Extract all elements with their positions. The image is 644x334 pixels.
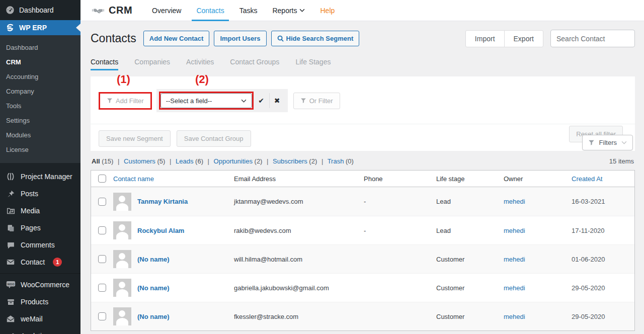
sidebar-item-posts[interactable]: Posts bbox=[0, 185, 80, 202]
contact-life-stage: Customer bbox=[436, 256, 504, 263]
view-leads[interactable]: Leads bbox=[176, 157, 193, 165]
select-all-checkbox[interactable] bbox=[98, 175, 106, 183]
sidebar-item-products[interactable]: Products bbox=[0, 293, 80, 310]
row-checkbox[interactable] bbox=[98, 198, 106, 206]
sidebar-item-analytics[interactable]: Analytics bbox=[0, 327, 80, 334]
tab-companies[interactable]: Companies bbox=[134, 58, 170, 70]
export-button[interactable]: Export bbox=[504, 30, 543, 47]
sidebar-item-wp-erp[interactable]: WP ERP bbox=[0, 20, 80, 35]
dashboard-gauge-icon bbox=[6, 6, 15, 15]
sidebar-item-pages[interactable]: Pages bbox=[0, 219, 80, 236]
filter-field-strip: --Select a field-- ✔ ✖ bbox=[156, 89, 288, 112]
row-checkbox[interactable] bbox=[98, 226, 106, 234]
column-created-at[interactable]: Created At bbox=[572, 175, 634, 183]
field-select[interactable]: --Select a field-- bbox=[160, 93, 252, 108]
sidebar-item-wemail[interactable]: weMail bbox=[0, 310, 80, 327]
add-filter-label: Add Filter bbox=[116, 97, 144, 105]
row-checkbox[interactable] bbox=[98, 255, 106, 263]
sidebar-item-label: Pages bbox=[21, 224, 41, 232]
column-phone: Phone bbox=[364, 175, 436, 183]
contact-name-link[interactable]: (No name) bbox=[137, 313, 170, 320]
view-count: (2) bbox=[255, 157, 263, 165]
header-right-tools: Import Export bbox=[465, 30, 635, 47]
submenu-item-company[interactable]: Company bbox=[0, 84, 80, 99]
save-contact-group-button[interactable]: Save Contact Group bbox=[177, 130, 251, 147]
owner-link[interactable]: mehedi bbox=[504, 313, 525, 320]
view-trash[interactable]: Trash bbox=[328, 157, 344, 165]
view-customers[interactable]: Customers bbox=[124, 157, 155, 165]
submenu-item-dashboard[interactable]: Dashboard bbox=[0, 40, 80, 55]
tab-contacts[interactable]: Contacts bbox=[91, 58, 118, 70]
svg-text:WOO: WOO bbox=[7, 283, 15, 286]
view-subscribers[interactable]: Subscribers bbox=[273, 157, 307, 165]
tab-contact-groups[interactable]: Contact Groups bbox=[230, 58, 279, 70]
cancel-filter-button[interactable]: ✖ bbox=[269, 93, 285, 108]
contact-name-link[interactable]: (No name) bbox=[137, 256, 170, 263]
avatar bbox=[113, 221, 131, 239]
admin-sidebar: Dashboard WP ERP Dashboard CRM Accountin… bbox=[0, 0, 80, 334]
sidebar-item-label: Project Manager bbox=[21, 173, 72, 181]
contact-life-stage: Customer bbox=[436, 284, 504, 292]
submenu-item-settings[interactable]: Settings bbox=[0, 113, 80, 128]
owner-link[interactable]: mehedi bbox=[504, 284, 525, 292]
sidebar-item-dashboard-top[interactable]: Dashboard bbox=[0, 0, 80, 20]
submenu-item-crm[interactable]: CRM bbox=[0, 55, 80, 69]
nav-contacts[interactable]: Contacts bbox=[195, 0, 225, 21]
contact-name-link[interactable]: Rockybul Alam bbox=[137, 227, 184, 234]
nav-tasks[interactable]: Tasks bbox=[238, 0, 259, 21]
list-views: All (15) | Customers (5) | Leads (6) | O… bbox=[92, 157, 354, 165]
import-users-button[interactable]: Import Users bbox=[214, 31, 266, 46]
submenu-item-license[interactable]: License bbox=[0, 142, 80, 157]
sidebar-item-label: Contact bbox=[21, 258, 45, 266]
chevron-down-icon bbox=[299, 9, 305, 12]
sidebar-item-comments[interactable]: Comments bbox=[0, 236, 80, 254]
add-new-contact-button[interactable]: Add New Contact bbox=[143, 31, 210, 46]
filters-dropdown[interactable]: Filters bbox=[582, 135, 633, 150]
crm-brand[interactable]: CRM bbox=[92, 5, 132, 16]
column-owner: Owner bbox=[504, 175, 572, 183]
import-button[interactable]: Import bbox=[465, 30, 505, 47]
tab-life-stages[interactable]: Life Stages bbox=[295, 58, 331, 70]
save-new-segment-button[interactable]: Save new Segment bbox=[99, 130, 171, 147]
sidebar-item-woocommerce[interactable]: WOO WooCommerce bbox=[0, 276, 80, 293]
hide-search-segment-button[interactable]: Hide Search Segment bbox=[271, 31, 360, 46]
annotation-box-1: Add Filter bbox=[99, 92, 152, 110]
table-row: Tanmay Kirtania jktanmay@wedevs.com - Le… bbox=[91, 187, 634, 216]
submenu-item-modules[interactable]: Modules bbox=[0, 128, 80, 142]
column-contact-name[interactable]: Contact name bbox=[113, 175, 234, 183]
apply-filter-button[interactable]: ✔ bbox=[254, 93, 269, 108]
or-filter-button[interactable]: Or Filter bbox=[293, 93, 340, 109]
add-filter-button[interactable]: Add Filter bbox=[100, 94, 150, 108]
view-opportunities[interactable]: Opportunities bbox=[214, 157, 253, 165]
column-email: Email Address bbox=[234, 175, 364, 183]
contact-name-link[interactable]: Tanmay Kirtania bbox=[137, 198, 188, 205]
view-count: (0) bbox=[346, 157, 354, 165]
contact-phone: - bbox=[364, 198, 436, 205]
submenu-item-tools[interactable]: Tools bbox=[0, 99, 80, 113]
nav-help[interactable]: Help bbox=[318, 0, 336, 21]
search-contact-input[interactable] bbox=[550, 30, 635, 47]
row-checkbox[interactable] bbox=[98, 312, 106, 320]
sidebar-item-label: Comments bbox=[21, 241, 55, 249]
content-area: Contacts Add New Contact Import Users Hi… bbox=[80, 30, 644, 331]
submenu-item-accounting[interactable]: Accounting bbox=[0, 69, 80, 84]
nav-overview[interactable]: Overview bbox=[150, 0, 183, 21]
sidebar-item-contact[interactable]: Contact 1 bbox=[0, 254, 80, 271]
tab-activities[interactable]: Activities bbox=[186, 58, 214, 70]
owner-link[interactable]: mehedi bbox=[504, 256, 525, 263]
comment-bubble-icon bbox=[6, 240, 16, 250]
row-checkbox[interactable] bbox=[98, 284, 106, 292]
view-all[interactable]: All bbox=[92, 157, 100, 165]
contact-email: jktanmay@wedevs.com bbox=[234, 198, 364, 205]
sidebar-item-media[interactable]: Media bbox=[0, 202, 80, 219]
owner-link[interactable]: mehedi bbox=[504, 227, 525, 234]
owner-link[interactable]: mehedi bbox=[504, 198, 525, 205]
pages-icon bbox=[6, 223, 16, 233]
pushpin-icon bbox=[6, 189, 16, 199]
admin-menu: Project Manager Posts Media Pages bbox=[0, 163, 80, 334]
nav-reports[interactable]: Reports bbox=[271, 0, 306, 21]
view-separator: | bbox=[321, 157, 323, 165]
contact-name-link[interactable]: (No name) bbox=[137, 284, 170, 292]
sidebar-item-label: Dashboard bbox=[19, 6, 54, 14]
sidebar-item-project-manager[interactable]: Project Manager bbox=[0, 168, 80, 185]
